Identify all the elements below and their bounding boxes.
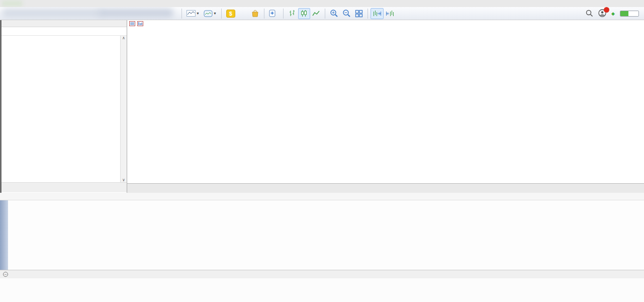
toolbar-separator — [325, 9, 325, 19]
toolbar-separator — [264, 9, 264, 19]
new-order-button[interactable] — [267, 8, 281, 19]
main-toolbar: ▼ ▼ $ — [0, 7, 644, 20]
redaction-blur — [2, 9, 103, 18]
line-chart-mode-button[interactable] — [310, 8, 322, 19]
bar-chart-mode-button[interactable] — [286, 8, 298, 19]
price-chart-canvas[interactable] — [127, 27, 644, 183]
deposit-button[interactable]: $ — [224, 8, 237, 19]
toolbar-separator — [181, 9, 182, 19]
level-progress-bar — [620, 11, 639, 17]
tile-windows-button[interactable] — [353, 8, 365, 19]
line-chart-icon — [187, 10, 196, 17]
scroll-down-icon[interactable]: ∨ — [122, 178, 125, 182]
shopping-bag-icon — [251, 10, 259, 17]
market-watch-rows — [2, 36, 127, 182]
notification-badge — [604, 7, 609, 13]
scroll-up-icon[interactable]: ∧ — [122, 36, 125, 40]
chevron-down-icon: ▼ — [196, 12, 200, 15]
chart-type-dropdown[interactable]: ▼ — [185, 8, 202, 19]
new-order-icon — [269, 10, 276, 17]
redaction-blur — [98, 9, 173, 18]
chart-tab-bar — [127, 183, 644, 193]
redaction-blur — [2, 1, 22, 6]
collapse-icon[interactable]: − — [3, 272, 8, 277]
market-watch-scrollbar[interactable]: ∧ ∨ — [120, 36, 127, 182]
indicators-dropdown[interactable]: ▼ — [202, 8, 219, 19]
tile-windows-icon — [355, 10, 363, 18]
ide-button[interactable] — [237, 8, 249, 19]
dollar-icon: $ — [226, 10, 235, 18]
indicator-icon — [204, 10, 213, 17]
level-diamond-icon: ◆ — [611, 12, 615, 15]
toolbar-separator — [367, 9, 368, 19]
objects-list-icon[interactable] — [129, 21, 135, 26]
toolbox-panel: − — [0, 193, 644, 302]
search-icon[interactable] — [586, 10, 593, 17]
auto-scroll-icon — [386, 10, 395, 17]
market-watch-panel: ∧ ∨ — [0, 20, 127, 193]
positions-header — [0, 193, 644, 200]
profile-button[interactable] — [598, 9, 606, 18]
zoom-in-button[interactable] — [328, 8, 340, 19]
candlestick-icon — [300, 10, 308, 17]
level-button[interactable]: ◆ — [611, 12, 615, 15]
chart-titlebar — [127, 20, 644, 27]
market-button[interactable] — [249, 8, 261, 19]
chart-window-icon[interactable] — [137, 21, 143, 26]
market-watch-header — [2, 27, 127, 36]
market-watch-tabs — [2, 182, 127, 192]
toolbox-empty-area — [0, 278, 644, 302]
zoom-in-icon — [330, 9, 338, 18]
account-status-bar: − — [0, 270, 644, 278]
chart-window — [127, 20, 644, 193]
zoom-out-button[interactable] — [340, 8, 353, 19]
toolbar-separator — [221, 9, 222, 19]
zoom-out-icon — [342, 9, 351, 18]
market-watch-titlebar — [2, 20, 127, 27]
line-mode-icon — [312, 10, 320, 17]
chart-shift-button[interactable] — [371, 8, 384, 19]
toolbar-separator — [283, 9, 284, 19]
chevron-down-icon: ▼ — [213, 12, 217, 15]
ohlc-bars-icon — [289, 10, 296, 17]
candlestick-mode-button[interactable] — [298, 8, 310, 19]
mt5-terminal: { "window": {"minimize": "–", "restore":… — [0, 0, 644, 302]
auto-scroll-button[interactable] — [384, 8, 397, 19]
toolbox-edge-strip — [0, 200, 8, 270]
window-titlebar — [0, 0, 644, 7]
chart-shift-icon — [373, 10, 382, 17]
